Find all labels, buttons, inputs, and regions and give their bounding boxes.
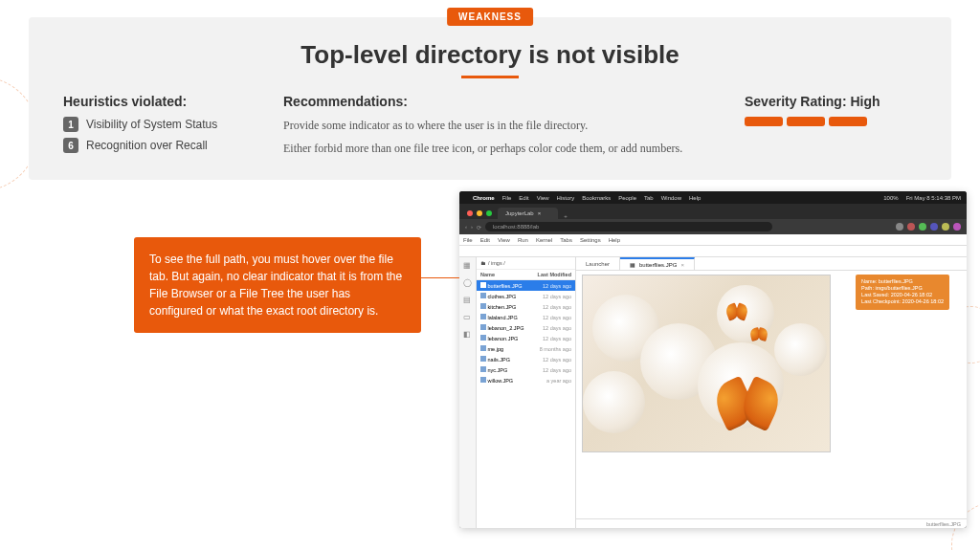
extension-icon[interactable]: ◧ xyxy=(463,330,473,340)
column-headers: Name Last Modified xyxy=(477,270,575,280)
heuristic-text: Visibility of System Status xyxy=(86,118,217,131)
image-icon: ▦ xyxy=(630,261,635,268)
weakness-badge: WEAKNESS xyxy=(447,8,533,26)
file-row[interactable]: lebanon.JPG12 days ago xyxy=(477,333,575,343)
close-icon[interactable]: × xyxy=(538,210,542,216)
menu-item[interactable]: People xyxy=(618,195,636,201)
document-tabs: Launcher ▦ butterflies.JPG × xyxy=(576,257,967,271)
address-bar: ‹ › ⟳ localhost:8888/lab xyxy=(459,219,967,234)
file-row[interactable]: butterflies.JPG12 days ago xyxy=(477,280,575,291)
image-preview[interactable] xyxy=(582,275,831,452)
file-row[interactable]: clothes.JPG12 days ago xyxy=(477,291,575,301)
extension-icon[interactable] xyxy=(907,223,915,231)
menu-item[interactable]: Window xyxy=(661,195,681,201)
severity-bar xyxy=(745,117,783,126)
menu-item[interactable]: File xyxy=(502,195,512,201)
menu-item[interactable]: File xyxy=(463,237,473,243)
commands-icon[interactable]: ▤ xyxy=(463,296,473,305)
menu-item[interactable]: Help xyxy=(609,237,620,243)
close-icon[interactable] xyxy=(467,210,473,216)
wifi-indicator[interactable]: 100% xyxy=(883,195,898,201)
menu-item[interactable]: Help xyxy=(689,195,701,201)
folder-icon[interactable]: ▦ xyxy=(463,261,473,271)
recommendation-line: Either forbid more than one file tree ic… xyxy=(283,140,716,157)
menu-item[interactable]: View xyxy=(537,195,549,201)
evaluation-card: WEAKNESS Top-level directory is not visi… xyxy=(29,17,951,180)
content-area: Name: butterflies.JPG Path: imgs/butterf… xyxy=(576,271,967,518)
heuristic-number: 1 xyxy=(63,117,78,132)
image-icon xyxy=(480,356,486,362)
tab-title: JupyterLab xyxy=(505,210,534,216)
extension-icon[interactable] xyxy=(942,223,949,231)
file-row[interactable]: nyc.JPG12 days ago xyxy=(477,364,575,375)
heuristics-column: Heuristics violated: 1 Visibility of Sys… xyxy=(63,94,255,163)
breadcrumb[interactable]: 🖿 / imgs / xyxy=(477,257,575,270)
clock[interactable]: Fri May 8 5:14:38 PM xyxy=(906,195,961,201)
menu-item[interactable]: Run xyxy=(518,237,528,243)
minimize-icon[interactable] xyxy=(477,210,482,216)
callout-connector xyxy=(421,277,459,278)
url-input[interactable]: localhost:8888/lab xyxy=(485,222,772,231)
app-screenshot: Chrome File Edit View History Bookmarks … xyxy=(459,191,967,528)
severity-bar xyxy=(787,117,825,126)
browser-tab[interactable]: JupyterLab × xyxy=(498,208,558,219)
file-row[interactable]: nails.JPG12 days ago xyxy=(477,354,575,364)
file-row[interactable]: lebanon_2.JPG12 days ago xyxy=(477,322,575,333)
image-icon xyxy=(480,293,486,298)
heuristic-number: 6 xyxy=(63,138,78,153)
menu-item[interactable]: Edit xyxy=(519,195,528,201)
name-column[interactable]: Name xyxy=(480,272,538,277)
extension-icon[interactable] xyxy=(896,223,903,231)
menu-item[interactable]: Tab xyxy=(644,195,654,201)
annotation-callout: To see the full path, you must hover ove… xyxy=(134,237,421,333)
status-bar: butterflies.JPG xyxy=(576,518,967,528)
menu-item[interactable]: Tabs xyxy=(560,237,572,243)
recommendation-line: Provide some indicator as to where the u… xyxy=(283,117,716,134)
file-row[interactable]: lalaland.JPG12 days ago xyxy=(477,312,575,322)
tab-launcher[interactable]: Launcher xyxy=(576,257,620,270)
tab-label: butterflies.JPG xyxy=(639,262,677,268)
image-icon xyxy=(480,303,486,309)
image-icon xyxy=(480,377,486,383)
image-icon xyxy=(480,345,486,351)
heuristic-item: 1 Visibility of System Status xyxy=(63,117,255,132)
image-icon xyxy=(480,282,486,288)
main-pane: Launcher ▦ butterflies.JPG × Name: butte… xyxy=(576,257,967,528)
severity-column: Severity Rating: High xyxy=(745,94,917,163)
menu-item[interactable]: View xyxy=(498,237,510,243)
new-tab-button[interactable]: + xyxy=(558,213,573,219)
file-row[interactable]: me.jpg8 months ago xyxy=(477,343,575,354)
file-row[interactable]: willow.JPGa year ago xyxy=(477,375,575,385)
window-controls xyxy=(465,210,498,219)
heuristics-label: Heuristics violated: xyxy=(63,94,255,109)
file-row[interactable]: kitchen.JPG12 days ago xyxy=(477,301,575,312)
extension-icon[interactable] xyxy=(919,223,926,231)
menu-item[interactable]: Edit xyxy=(480,237,490,243)
menu-item[interactable]: History xyxy=(557,195,575,201)
menu-item[interactable]: Bookmarks xyxy=(582,195,611,201)
title-underline xyxy=(461,76,519,78)
menu-item[interactable]: Kernel xyxy=(536,237,552,243)
file-browser: 🖿 / imgs / Name Last Modified butterflie… xyxy=(477,257,576,528)
running-icon[interactable]: ◯ xyxy=(463,278,473,288)
file-tooltip: Name: butterflies.JPG Path: imgs/butterf… xyxy=(856,275,949,310)
close-icon[interactable]: × xyxy=(680,262,684,268)
tabs-icon[interactable]: ▭ xyxy=(463,313,473,322)
maximize-icon[interactable] xyxy=(486,210,492,216)
forward-icon[interactable]: › xyxy=(471,224,473,230)
reload-icon[interactable]: ⟳ xyxy=(477,224,481,231)
tab-butterflies[interactable]: ▦ butterflies.JPG × xyxy=(620,257,695,270)
image-icon xyxy=(480,335,486,341)
tab-label: Launcher xyxy=(586,261,610,267)
recommendations-column: Recommendations: Provide some indicator … xyxy=(283,94,716,163)
back-icon[interactable]: ‹ xyxy=(465,224,467,230)
mac-menubar[interactable]: Chrome File Edit View History Bookmarks … xyxy=(459,191,967,204)
modified-column[interactable]: Last Modified xyxy=(538,272,571,277)
menu-item[interactable]: Settings xyxy=(580,237,601,243)
extension-icon[interactable] xyxy=(930,223,938,231)
jlab-menubar: File Edit View Run Kernel Tabs Settings … xyxy=(459,234,967,246)
image-icon xyxy=(480,324,486,330)
extension-icon[interactable] xyxy=(953,223,961,231)
app-name[interactable]: Chrome xyxy=(473,195,495,201)
severity-bars xyxy=(745,117,917,126)
